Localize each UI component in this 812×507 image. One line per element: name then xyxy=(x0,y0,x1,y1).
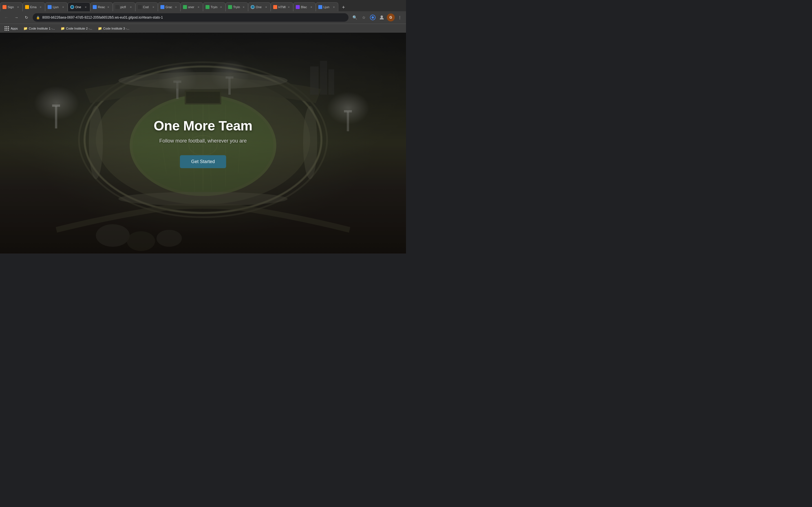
svg-point-32 xyxy=(89,106,103,179)
tab-close-button[interactable]: × xyxy=(219,5,223,9)
tab-favicon xyxy=(183,5,187,9)
tab-favicon xyxy=(3,5,6,9)
tab-bar: Sign × Ema × Ljun × 🌐 One × Reac × picfl… xyxy=(0,0,406,11)
svg-point-20 xyxy=(34,86,79,120)
tab-favicon xyxy=(48,5,52,9)
back-button[interactable]: ← xyxy=(2,13,10,21)
hero-subtitle: Follow more football, wherever you are xyxy=(159,138,247,144)
tab-favicon xyxy=(296,5,300,9)
bookmark-bm-2[interactable]: 📁 Code Institute 2 -... xyxy=(58,25,94,31)
main-content: One More Team Follow more football, wher… xyxy=(0,33,406,253)
browser-tab-tab-3[interactable]: Ljun × xyxy=(45,2,68,11)
folder-icon: 📁 xyxy=(61,26,65,31)
stadium-background: One More Team Follow more football, wher… xyxy=(0,33,406,253)
lock-icon: 🔒 xyxy=(36,16,40,19)
tab-title: Grac xyxy=(165,5,173,9)
tab-close-button[interactable]: × xyxy=(106,5,110,9)
tab-title: oner xyxy=(188,5,195,9)
tab-title: picfl xyxy=(120,5,128,9)
search-button[interactable]: 🔍 xyxy=(351,13,359,21)
browser-tab-tab-10[interactable]: Tryin × xyxy=(203,2,225,11)
svg-point-2 xyxy=(380,15,383,18)
tab-close-button[interactable]: × xyxy=(151,5,155,9)
browser-tab-tab-5[interactable]: Reac × xyxy=(90,2,113,11)
tab-favicon: 🌐 xyxy=(70,5,74,9)
svg-rect-36 xyxy=(328,69,334,95)
nav-actions: 🔍 ☆ G ⋮ xyxy=(351,13,404,21)
bookmark-bm-apps[interactable]: Apps xyxy=(2,25,20,32)
browser-tab-tab-8[interactable]: Grac × xyxy=(158,2,181,11)
tab-favicon xyxy=(318,5,322,9)
browser-tab-tab-2[interactable]: Ema × xyxy=(22,2,45,11)
more-menu-button[interactable]: ⋮ xyxy=(396,13,404,21)
svg-point-38 xyxy=(127,231,155,251)
address-bar[interactable]: 🔒 8000-b6226aea-0697-47d5-9212-205fa6651… xyxy=(33,13,349,22)
reload-button[interactable]: ↻ xyxy=(22,13,31,21)
tab-title: Cod xyxy=(143,5,150,9)
browser-tab-tab-1[interactable]: Sign × xyxy=(0,2,22,11)
tab-close-button[interactable]: × xyxy=(174,5,178,9)
svg-point-37 xyxy=(96,224,130,247)
profile-button[interactable]: G xyxy=(387,13,395,21)
tab-title: Ljun xyxy=(53,5,60,9)
bookmark-star-button[interactable]: ☆ xyxy=(360,13,368,21)
get-started-button[interactable]: Get Started xyxy=(180,155,226,168)
tab-favicon xyxy=(138,5,142,9)
svg-point-39 xyxy=(156,230,182,247)
tab-favicon xyxy=(115,5,119,9)
forward-button[interactable]: → xyxy=(12,13,20,21)
tab-close-button[interactable]: × xyxy=(197,5,200,9)
bookmark-label: Apps xyxy=(11,27,18,30)
browser-tab-tab-15[interactable]: Ljun × xyxy=(316,2,338,11)
folder-icon: 📁 xyxy=(98,26,102,31)
bookmark-bm-1[interactable]: 📁 Code Institute 1 -... xyxy=(21,25,57,31)
tab-close-button[interactable]: × xyxy=(332,5,336,9)
tab-favicon xyxy=(25,5,29,9)
tab-close-button[interactable]: × xyxy=(39,5,43,9)
tab-title: Sign xyxy=(8,5,15,9)
browser-tab-tab-11[interactable]: Tryin × xyxy=(225,2,248,11)
bookmark-label: Code Institute 1 -... xyxy=(29,27,55,30)
tab-title: Blac xyxy=(301,5,308,9)
bookmark-bm-3[interactable]: 📁 Code Institute 3 -... xyxy=(96,25,132,31)
tab-title: Tryin xyxy=(211,5,218,9)
browser-tab-tab-6[interactable]: picfl × xyxy=(113,2,135,11)
browser-tab-tab-9[interactable]: oner × xyxy=(181,2,203,11)
tab-favicon xyxy=(93,5,97,9)
nav-bar: ← → ↻ 🔒 8000-b6226aea-0697-47d5-9212-205… xyxy=(0,11,406,24)
svg-point-1 xyxy=(371,16,374,18)
bookmark-label: Code Institute 2 -... xyxy=(66,27,92,30)
tab-favicon xyxy=(160,5,164,9)
browser-tab-tab-7[interactable]: Cod × xyxy=(135,2,158,11)
browser-tab-tab-13[interactable]: HTMl × xyxy=(271,2,293,11)
svg-point-33 xyxy=(303,106,317,179)
new-tab-button[interactable]: + xyxy=(340,3,347,11)
tab-close-button[interactable]: × xyxy=(129,5,133,9)
tab-favicon xyxy=(228,5,232,9)
tab-close-button[interactable]: × xyxy=(84,5,88,9)
hero-content: One More Team Follow more football, wher… xyxy=(154,118,252,168)
svg-rect-41 xyxy=(186,92,220,103)
chrome-extension-icon[interactable] xyxy=(369,13,377,21)
browser-chrome: Sign × Ema × Ljun × 🌐 One × Reac × picfl… xyxy=(0,0,406,33)
tab-close-button[interactable]: × xyxy=(264,5,268,9)
svg-point-29 xyxy=(327,92,369,124)
tab-title: One xyxy=(256,5,263,9)
tab-close-button[interactable]: × xyxy=(16,5,20,9)
tab-title: Tryin xyxy=(233,5,241,9)
tab-title: Ljun xyxy=(323,5,331,9)
browser-tab-tab-12[interactable]: 🌐 One × xyxy=(248,2,271,11)
tab-close-button[interactable]: × xyxy=(287,5,291,9)
profile-sync-icon[interactable] xyxy=(378,13,386,21)
tab-favicon: 🌐 xyxy=(251,5,255,9)
tab-close-button[interactable]: × xyxy=(309,5,313,9)
tab-close-button[interactable]: × xyxy=(242,5,246,9)
tab-close-button[interactable]: × xyxy=(61,5,65,9)
bookmarks-bar: Apps 📁 Code Institute 1 -... 📁 Code Inst… xyxy=(0,24,406,33)
svg-point-30 xyxy=(118,72,288,89)
tab-title: One xyxy=(75,5,83,9)
browser-tab-tab-4[interactable]: 🌐 One × xyxy=(68,2,90,11)
browser-tab-tab-14[interactable]: Blac × xyxy=(293,2,316,11)
address-text: 8000-b6226aea-0697-47d5-9212-205fa6651fb… xyxy=(42,15,163,19)
svg-rect-35 xyxy=(320,61,327,95)
